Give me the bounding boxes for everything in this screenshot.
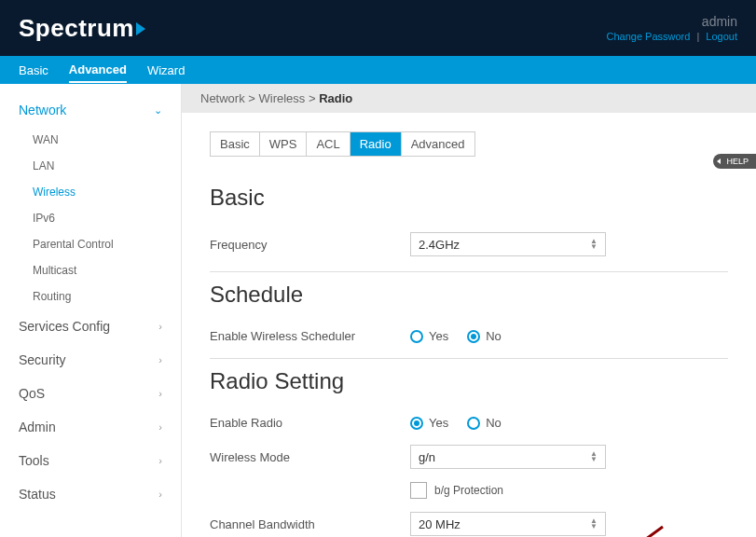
breadcrumb-part: Wireless (259, 91, 306, 105)
user-links: Change Password | Logout (606, 31, 737, 42)
radio-icon (410, 330, 423, 343)
sidebar-item-wan[interactable]: WAN (0, 127, 181, 153)
subtab-acl[interactable]: ACL (307, 132, 350, 156)
breadcrumb: Network > Wireless > Radio (182, 84, 756, 113)
main: Network > Wireless > Radio HELP Basic WP… (182, 84, 756, 537)
sidebar-section-status[interactable]: Status › (0, 477, 181, 511)
sidebar-subitems-network: WAN LAN Wireless IPv6 Parental Control M… (0, 127, 181, 310)
wireless-mode-control: g/n ▲▼ (410, 445, 728, 469)
sidebar-label: Network (19, 103, 66, 117)
content-area: Network ⌄ WAN LAN Wireless IPv6 Parental… (0, 84, 756, 537)
select-arrows-icon: ▲▼ (590, 239, 598, 250)
form-row-wireless-mode: Wireless Mode g/n ▲▼ (210, 437, 728, 476)
section-title-schedule: Schedule (210, 282, 728, 308)
divider (210, 271, 728, 272)
tab-basic[interactable]: Basic (19, 59, 48, 82)
sidebar-label: Services Config (19, 319, 110, 334)
bg-protection-checkbox[interactable] (410, 482, 427, 499)
header: Spectrum admin Change Password | Logout (0, 0, 756, 56)
sidebar-label: Admin (19, 420, 56, 434)
help-button[interactable]: HELP (713, 154, 756, 169)
sidebar-label: Status (19, 487, 56, 502)
sidebar-label: Tools (19, 453, 49, 468)
wireless-mode-value: g/n (419, 450, 435, 464)
bg-protection-row: b/g Protection (410, 476, 728, 504)
user-area: admin Change Password | Logout (606, 14, 737, 42)
enable-radio-yes[interactable]: Yes (410, 416, 448, 430)
top-nav: Basic Advanced Wizard (0, 56, 756, 84)
radio-icon (467, 417, 480, 430)
separator: | (696, 31, 699, 42)
sidebar-section-security[interactable]: Security › (0, 343, 181, 377)
radio-icon (410, 417, 423, 430)
radio-label: No (486, 329, 502, 343)
sidebar-item-multicast[interactable]: Multicast (0, 257, 181, 283)
logo: Spectrum (19, 14, 145, 43)
radio-label: Yes (429, 416, 448, 430)
sidebar-item-wireless[interactable]: Wireless (0, 179, 181, 205)
subtab-advanced[interactable]: Advanced (402, 132, 474, 156)
main-content: Basic WPS ACL Radio Advanced Basic Frequ… (182, 113, 756, 537)
logo-text: Spectrum (19, 14, 134, 43)
sidebar-section-qos[interactable]: QoS › (0, 377, 181, 410)
sidebar-label: QoS (19, 386, 45, 401)
username-label: admin (606, 14, 737, 29)
tab-advanced[interactable]: Advanced (69, 58, 127, 83)
chevron-right-icon: › (158, 388, 162, 399)
form-row-frequency: Frequency 2.4GHz ▲▼ (210, 225, 728, 264)
scheduler-radios: Yes No (410, 329, 728, 343)
channel-bandwidth-label: Channel Bandwidth (210, 517, 410, 531)
change-password-link[interactable]: Change Password (606, 31, 690, 42)
sidebar-item-ipv6[interactable]: IPv6 (0, 205, 181, 231)
help-label: HELP (726, 157, 749, 166)
enable-radio-no[interactable]: No (467, 416, 502, 430)
chevron-down-icon: ⌄ (154, 104, 162, 117)
bg-protection-label: b/g Protection (434, 484, 503, 497)
channel-bandwidth-select[interactable]: 20 MHz ▲▼ (410, 512, 606, 536)
channel-bandwidth-value: 20 MHz (419, 517, 460, 531)
subtab-radio[interactable]: Radio (351, 132, 402, 156)
enable-radio-radios: Yes No (410, 416, 728, 430)
sidebar-section-tools[interactable]: Tools › (0, 444, 181, 477)
form-row-enable-radio: Enable Radio Yes No (210, 408, 728, 437)
sub-tabs: Basic WPS ACL Radio Advanced (210, 131, 475, 157)
breadcrumb-part: Network (200, 91, 245, 105)
frequency-value: 2.4GHz (419, 238, 460, 252)
frequency-label: Frequency (210, 238, 410, 252)
radio-label: No (486, 416, 502, 430)
logo-arrow-icon (136, 22, 145, 35)
sidebar: Network ⌄ WAN LAN Wireless IPv6 Parental… (0, 84, 182, 537)
scheduler-label: Enable Wireless Scheduler (210, 329, 410, 343)
breadcrumb-current: Radio (319, 91, 352, 105)
logout-link[interactable]: Logout (706, 31, 737, 42)
channel-bandwidth-control: 20 MHz ▲▼ (410, 512, 728, 536)
sidebar-item-lan[interactable]: LAN (0, 153, 181, 179)
radio-icon (467, 330, 480, 343)
sidebar-section-services-config[interactable]: Services Config › (0, 310, 181, 343)
chevron-right-icon: › (158, 321, 162, 332)
form-row-scheduler: Enable Wireless Scheduler Yes No (210, 322, 728, 351)
chevron-right-icon: › (158, 455, 162, 466)
scheduler-yes-radio[interactable]: Yes (410, 329, 448, 343)
divider (210, 358, 728, 359)
scheduler-no-radio[interactable]: No (467, 329, 502, 343)
subtab-wps[interactable]: WPS (260, 132, 308, 156)
sidebar-item-routing[interactable]: Routing (0, 283, 181, 310)
section-title-radio: Radio Setting (210, 368, 728, 394)
tab-wizard[interactable]: Wizard (147, 59, 185, 82)
sidebar-item-parental-control[interactable]: Parental Control (0, 231, 181, 257)
select-arrows-icon: ▲▼ (590, 518, 598, 530)
chevron-right-icon: › (158, 489, 162, 500)
section-title-basic: Basic (210, 185, 728, 211)
form-row-channel-bandwidth: Channel Bandwidth 20 MHz ▲▼ (210, 504, 728, 537)
frequency-select[interactable]: 2.4GHz ▲▼ (410, 232, 606, 256)
sidebar-section-admin[interactable]: Admin › (0, 410, 181, 444)
sidebar-section-network[interactable]: Network ⌄ (0, 93, 181, 127)
frequency-control: 2.4GHz ▲▼ (410, 232, 728, 256)
enable-radio-label: Enable Radio (210, 416, 410, 430)
chevron-right-icon: › (158, 421, 162, 433)
select-arrows-icon: ▲▼ (590, 451, 598, 462)
wireless-mode-select[interactable]: g/n ▲▼ (410, 445, 606, 469)
subtab-basic[interactable]: Basic (211, 132, 260, 156)
sidebar-label: Security (19, 352, 66, 367)
